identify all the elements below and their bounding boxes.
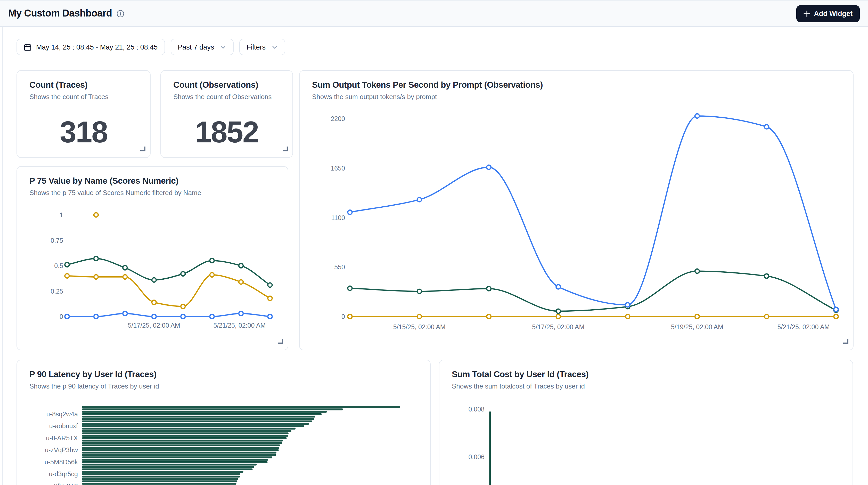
- gold-series-data-point[interactable]: [348, 314, 352, 319]
- teal-series-data-point[interactable]: [181, 272, 185, 276]
- gold-point-series-data-point[interactable]: [94, 213, 98, 217]
- teal-series-data-point[interactable]: [268, 283, 272, 287]
- filters-dropdown[interactable]: Filters: [239, 39, 285, 55]
- blue-series-data-point[interactable]: [94, 314, 98, 319]
- y-tick-label: 0.5: [54, 262, 63, 269]
- latency-bar[interactable]: [82, 480, 237, 482]
- latency-bar[interactable]: [82, 418, 314, 420]
- blue-series-data-point[interactable]: [556, 285, 560, 289]
- teal-series-data-point[interactable]: [239, 264, 243, 268]
- resize-handle-icon[interactable]: [282, 145, 288, 154]
- add-widget-label: Add Widget: [814, 9, 852, 17]
- gold-series-data-point[interactable]: [764, 314, 769, 319]
- gold-series-data-point[interactable]: [487, 314, 491, 319]
- x-tick-label: 5/21/25, 02:00 AM: [214, 322, 266, 329]
- latency-bar[interactable]: [82, 439, 283, 442]
- gold-series-data-point[interactable]: [834, 314, 838, 319]
- card-title: Count (Traces): [29, 80, 138, 90]
- blue-series-data-point[interactable]: [65, 314, 69, 319]
- latency-bar[interactable]: [82, 471, 243, 473]
- gold-series-data-point[interactable]: [152, 300, 156, 304]
- latency-bar[interactable]: [82, 483, 236, 485]
- y-tick-label: 1100: [331, 214, 345, 221]
- gold-series-data-point[interactable]: [94, 275, 98, 279]
- teal-series-data-point[interactable]: [123, 266, 127, 270]
- teal-series-data-point[interactable]: [210, 259, 214, 263]
- info-icon[interactable]: [117, 9, 124, 17]
- teal-series-data-point[interactable]: [764, 274, 769, 278]
- latency-bar[interactable]: [82, 413, 321, 415]
- blue-series-data-point[interactable]: [268, 314, 272, 319]
- latency-bar[interactable]: [82, 416, 315, 417]
- teal-series-data-point[interactable]: [152, 278, 156, 282]
- gold-series-data-point[interactable]: [417, 314, 422, 319]
- p75-value-chart: 00.250.50.7515/17/25, 02:00 AM5/21/25, 0…: [17, 166, 288, 350]
- gold-series-data-point[interactable]: [695, 314, 699, 319]
- teal-series-data-point[interactable]: [348, 286, 352, 291]
- blue-series-data-point[interactable]: [834, 307, 838, 312]
- gold-series-data-point[interactable]: [626, 314, 630, 319]
- latency-bar[interactable]: [82, 445, 280, 446]
- gold-series-data-point[interactable]: [181, 304, 185, 308]
- resize-handle-icon[interactable]: [843, 337, 848, 346]
- latency-bar[interactable]: [82, 459, 268, 461]
- blue-series-data-point[interactable]: [487, 165, 491, 170]
- teal-series-data-point[interactable]: [94, 256, 98, 261]
- latency-bar[interactable]: [82, 421, 312, 422]
- x-tick-label: 5/21/25, 02:00 AM: [777, 323, 830, 331]
- date-preset-dropdown[interactable]: Past 7 days: [170, 39, 234, 55]
- latency-bar[interactable]: [82, 442, 282, 444]
- latency-bar[interactable]: [82, 466, 254, 468]
- y-tick-label: 0: [341, 313, 345, 320]
- latency-bar[interactable]: [82, 425, 304, 427]
- add-widget-button[interactable]: Add Widget: [796, 5, 860, 22]
- gold-series-data-point[interactable]: [65, 274, 69, 278]
- latency-bar[interactable]: [82, 408, 343, 410]
- latency-bar[interactable]: [82, 473, 240, 475]
- latency-bar[interactable]: [82, 428, 296, 429]
- blue-series-data-point[interactable]: [764, 125, 769, 129]
- teal-series-data-point[interactable]: [487, 286, 491, 291]
- blue-series-data-point[interactable]: [626, 303, 630, 307]
- gold-series-data-point[interactable]: [239, 280, 243, 284]
- latency-bar[interactable]: [82, 463, 256, 465]
- latency-bar[interactable]: [82, 437, 286, 439]
- blue-series-data-point[interactable]: [123, 311, 127, 316]
- latency-bar[interactable]: [82, 449, 279, 451]
- y-tick-label: 0.006: [468, 453, 485, 460]
- resize-handle-icon[interactable]: [277, 337, 283, 346]
- latency-bar[interactable]: [82, 432, 288, 434]
- latency-bar[interactable]: [82, 406, 400, 408]
- teal-series-data-point[interactable]: [65, 263, 69, 267]
- latency-bar[interactable]: [82, 423, 309, 425]
- resize-handle-icon[interactable]: [140, 145, 146, 154]
- gold-series-data-point[interactable]: [268, 296, 272, 301]
- blue-series-data-point[interactable]: [152, 314, 156, 319]
- latency-bar[interactable]: [82, 478, 238, 480]
- gold-series-data-point[interactable]: [210, 273, 214, 277]
- teal-series-data-point[interactable]: [695, 269, 699, 273]
- blue-series-data-point[interactable]: [181, 314, 185, 319]
- latency-bar[interactable]: [82, 461, 268, 463]
- user-id-tick-label: u-tFAR5TX: [46, 434, 78, 442]
- latency-bar[interactable]: [82, 430, 291, 432]
- teal-series-data-point[interactable]: [556, 309, 560, 313]
- teal-series-data-point[interactable]: [417, 289, 422, 294]
- latency-bar[interactable]: [82, 476, 240, 478]
- latency-bar[interactable]: [82, 454, 276, 456]
- date-range-picker[interactable]: May 14, 25 : 08:45 - May 21, 25 : 08:45: [17, 39, 165, 55]
- latency-bar[interactable]: [82, 411, 327, 413]
- cost-bar[interactable]: [489, 412, 491, 485]
- blue-series-data-point[interactable]: [695, 114, 699, 118]
- gold-series-data-point[interactable]: [123, 275, 127, 279]
- latency-bar[interactable]: [82, 447, 279, 449]
- latency-bar[interactable]: [82, 452, 276, 454]
- blue-series-data-point[interactable]: [348, 210, 352, 214]
- blue-series-data-point[interactable]: [239, 311, 243, 316]
- latency-bar[interactable]: [82, 456, 272, 458]
- latency-bar[interactable]: [82, 435, 288, 437]
- blue-series-data-point[interactable]: [417, 198, 422, 202]
- blue-series-data-point[interactable]: [210, 314, 214, 319]
- latency-bar[interactable]: [82, 468, 252, 470]
- gold-series-data-point[interactable]: [556, 314, 560, 319]
